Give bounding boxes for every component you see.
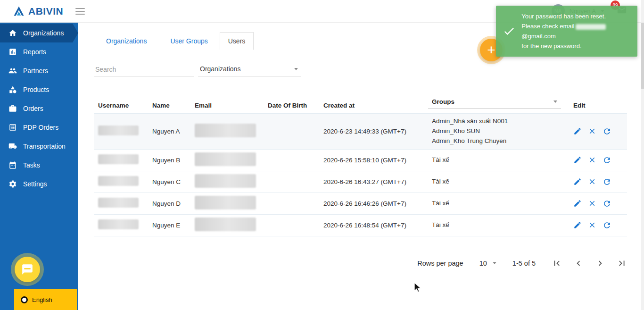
organizations-filter-dropdown[interactable]: Organizations	[198, 62, 301, 76]
header-name: Name	[149, 102, 191, 109]
sidebar-item-tasks[interactable]: Tasks	[0, 156, 78, 175]
table-row: Nguyen D 2020-6-26 16:46:26 (GMT+7) Tài …	[94, 193, 627, 215]
header-groups-filter[interactable]: Groups	[428, 98, 561, 109]
sidebar-item-label: PDP Orders	[23, 124, 58, 131]
briefcase-icon	[8, 104, 17, 113]
cell-created-at: 2020-6-26 16:43:27 (GMT+7)	[320, 176, 428, 188]
list-icon	[8, 123, 17, 132]
filter-label: Organizations	[200, 65, 240, 73]
cell-dob	[264, 201, 320, 206]
table-body: Nguyen A 2020-6-23 14:49:33 (GMT+7) Admi…	[94, 113, 627, 236]
edit-icon[interactable]	[573, 177, 582, 186]
sidebar-item-label: Settings	[23, 180, 47, 188]
edit-icon[interactable]	[573, 127, 582, 135]
cell-name: Nguyen B	[149, 154, 191, 167]
cell-name: Nguyen C	[149, 176, 191, 188]
cell-dob	[264, 157, 320, 163]
tab-user-groups[interactable]: User Groups	[158, 32, 219, 50]
rows-per-page-label: Rows per page	[417, 260, 463, 267]
redacted-email	[195, 124, 256, 137]
sidebar-item-orders[interactable]: Orders	[0, 99, 78, 118]
toast-notification[interactable]: Your password has been reset. Please che…	[496, 6, 637, 57]
language-selector[interactable]: English	[14, 289, 77, 310]
brand-name: ABIVIN	[28, 6, 63, 17]
brand-logo[interactable]: ABIVIN	[12, 5, 63, 18]
check-icon	[503, 24, 515, 38]
redacted-username	[98, 176, 139, 186]
edit-icon[interactable]	[573, 199, 582, 208]
delete-icon[interactable]	[588, 127, 596, 135]
main-content: Organizations User Groups Users Organiza…	[78, 23, 644, 310]
sidebar-item-products[interactable]: Products	[0, 80, 78, 99]
scrollbar[interactable]	[641, 0, 644, 310]
table-row: Nguyen A 2020-6-23 14:49:33 (GMT+7) Admi…	[94, 114, 627, 150]
redacted-email	[195, 218, 256, 231]
cell-created-at: 2020-6-26 15:58:10 (GMT+7)	[320, 154, 428, 167]
app-root: ABIVIN NA Nguyen A 89 Your password has …	[0, 0, 644, 310]
sidebar-item-pdp-orders[interactable]: PDP Orders	[0, 118, 78, 137]
home-icon	[8, 29, 17, 37]
tab-organizations[interactable]: Organizations	[94, 32, 158, 50]
first-page-button[interactable]	[552, 258, 562, 268]
redacted-username	[98, 126, 139, 135]
cell-name: Nguyen D	[149, 197, 191, 210]
redacted-email	[195, 196, 256, 209]
sidebar-item-organizations[interactable]: Organizations	[0, 24, 78, 42]
delete-icon[interactable]	[588, 221, 596, 229]
chat-button[interactable]	[15, 257, 40, 282]
cell-name: Nguyen E	[149, 219, 191, 232]
reset-password-icon[interactable]	[603, 221, 611, 230]
sidebar-item-transportation[interactable]: Transportation	[0, 137, 78, 156]
cell-groups: Tài xế	[428, 218, 570, 233]
bar-chart-icon	[8, 48, 17, 56]
redacted-username	[98, 154, 139, 164]
table-row: Nguyen E 2020-6-26 16:48:54 (GMT+7) Tài …	[94, 215, 627, 236]
sidebar-item-settings[interactable]: Settings	[0, 175, 78, 193]
previous-page-button[interactable]	[573, 258, 584, 268]
redacted-username	[98, 219, 139, 229]
cell-groups: Tài xế	[428, 174, 570, 190]
sidebar-item-label: Tasks	[23, 161, 40, 169]
toast-message: Your password has been reset. Please che…	[521, 11, 631, 51]
sidebar-item-label: Organizations	[23, 29, 64, 37]
reset-password-icon[interactable]	[603, 156, 611, 165]
chevron-down-icon	[493, 262, 496, 264]
filter-row: Organizations	[94, 62, 644, 76]
pagination-nav	[552, 258, 627, 268]
cell-created-at: 2020-6-26 16:46:26 (GMT+7)	[320, 197, 428, 210]
search-input[interactable]	[94, 63, 194, 76]
cell-name: Nguyen A	[149, 125, 191, 138]
redacted-email	[195, 174, 256, 188]
calendar-icon	[8, 161, 17, 169]
delete-icon[interactable]	[588, 156, 596, 164]
pagination: Rows per page 10 1-5 of 5	[78, 258, 627, 268]
chevron-down-icon	[553, 101, 557, 103]
last-page-button[interactable]	[617, 258, 627, 268]
reset-password-icon[interactable]	[603, 199, 611, 208]
pagination-range: 1-5 of 5	[512, 260, 536, 267]
cell-groups: Tài xế	[428, 196, 570, 211]
chevron-down-icon	[294, 68, 298, 70]
tab-users[interactable]: Users	[220, 32, 254, 50]
rows-per-page-select[interactable]: 10	[479, 260, 496, 267]
sidebar-item-reports[interactable]: Reports	[0, 42, 78, 61]
cell-dob	[264, 128, 320, 134]
cell-groups: Admin_Nhà sản xuất N001 Admin_Kho SUN Ad…	[428, 114, 570, 149]
delete-icon[interactable]	[588, 199, 596, 208]
reset-password-icon[interactable]	[603, 177, 611, 186]
delete-icon[interactable]	[588, 177, 596, 186]
cell-dob	[264, 179, 320, 184]
edit-icon[interactable]	[573, 156, 582, 164]
menu-icon[interactable]	[75, 6, 85, 17]
chat-icon	[21, 263, 33, 276]
sidebar-item-partners[interactable]: Partners	[0, 61, 78, 80]
sidebar-item-label: Orders	[23, 105, 43, 112]
people-icon	[8, 67, 17, 75]
next-page-button[interactable]	[595, 258, 605, 268]
reset-password-icon[interactable]	[603, 127, 611, 136]
category-icon	[8, 85, 17, 94]
edit-icon[interactable]	[573, 221, 582, 229]
sidebar-item-label: Products	[23, 86, 49, 93]
sidebar-item-label: Partners	[23, 67, 48, 75]
users-table: Username Name Email Date Of Birth Create…	[94, 98, 627, 236]
